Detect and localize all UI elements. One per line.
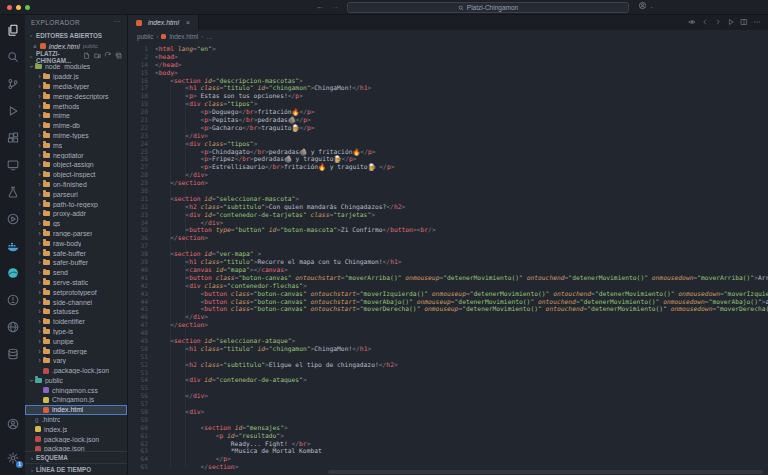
chevron-icon[interactable]: › xyxy=(36,250,43,257)
tree-item-media-typer[interactable]: ›media-typer xyxy=(25,82,127,92)
tree-item-methods[interactable]: ›methods xyxy=(25,101,127,111)
code-line[interactable]: 50 <h1 class="titulo" id="chingamon">Chi… xyxy=(128,345,768,353)
code-line[interactable]: 19 <div class="tipos"> xyxy=(128,100,768,108)
chevron-icon[interactable]: › xyxy=(36,240,43,247)
tree-item-mime-types[interactable]: ›mime-types xyxy=(25,131,127,141)
code-line[interactable]: 43 <button class="boton-canvas" ontouchs… xyxy=(128,290,768,298)
more-actions-icon[interactable] xyxy=(753,18,761,26)
code-line[interactable]: 20 <p>Doguego</br>fritación🔥</p> xyxy=(128,108,768,116)
next-change-icon[interactable] xyxy=(714,18,722,26)
chevron-icon[interactable]: › xyxy=(36,338,43,345)
tree-item-setprototypeof[interactable]: ›setprototypeof xyxy=(25,287,127,297)
chevron-icon[interactable]: › xyxy=(36,142,43,149)
settings-icon[interactable]: 1 xyxy=(0,444,25,471)
tree-item-mime[interactable]: ›mime xyxy=(25,111,127,121)
chevron-icon[interactable]: › xyxy=(36,348,43,355)
tab-index-html[interactable]: index.html × xyxy=(128,14,199,30)
chevron-icon[interactable]: › xyxy=(36,161,43,168)
tree-item-utils-merge[interactable]: ›utils-merge xyxy=(25,346,127,356)
code-line[interactable]: 62 Ready... Fight! </br> xyxy=(128,440,768,448)
code-line[interactable]: 21 <p>Pepitas</br>pedradas🪨</p> xyxy=(128,116,768,124)
chevron-icon[interactable]: › xyxy=(36,220,43,227)
code-line[interactable]: 31 <section id="seleccionar-mascota"> xyxy=(128,195,768,203)
chevron-icon[interactable]: › xyxy=(36,152,43,159)
code-line[interactable]: 22 <p>Gacharco</br>traguito🍺</p> xyxy=(128,124,768,132)
code-line[interactable]: 23 </div> xyxy=(128,132,768,140)
code-line[interactable]: 15<body> xyxy=(128,69,768,77)
chevron-icon[interactable]: › xyxy=(36,308,43,315)
code-line[interactable]: 48 xyxy=(128,329,768,337)
tree-item-range-parser[interactable]: ›range-parser xyxy=(25,229,127,239)
tree-item-type-is[interactable]: ›type-is xyxy=(25,327,127,337)
tree-item-serve-static[interactable]: ›serve-static xyxy=(25,278,127,288)
tree-item-chingamon-js[interactable]: Chingamon.js xyxy=(25,395,127,405)
chevron-icon[interactable]: › xyxy=(36,73,43,80)
chevron-icon[interactable]: › xyxy=(36,103,43,110)
tree-item-path-to-regexp[interactable]: ›path-to-regexp xyxy=(25,199,127,209)
prev-change-icon[interactable] xyxy=(701,18,709,26)
chevron-icon[interactable]: › xyxy=(36,318,43,325)
chevron-icon[interactable]: › xyxy=(36,171,43,178)
code-line[interactable]: 25 <p>Chindagato</br>pedradas🪨 y fritaci… xyxy=(128,148,768,156)
database-icon[interactable] xyxy=(0,340,25,367)
code-line[interactable]: 26 <p>Fripez</br>pedradas🪨 y traguito🍺</… xyxy=(128,155,768,163)
code-line[interactable]: 16 <section id="descripcion-mascotas"> xyxy=(128,77,768,85)
tree-item-ms[interactable]: ›ms xyxy=(25,140,127,150)
code-line[interactable]: 60 <section id="mensajes"> xyxy=(128,424,768,432)
code-line[interactable]: 55 xyxy=(128,384,768,392)
code-line[interactable]: 27 <p>Estrellisaurio</br>fritación🔥 y tr… xyxy=(128,163,768,171)
tree-item-safer-buffer[interactable]: ›safer-buffer xyxy=(25,258,127,268)
chevron-icon[interactable]: › xyxy=(36,289,43,296)
code-line[interactable]: 52 <h2 class="subtitulo">Eligue el tipo … xyxy=(128,361,768,369)
split-editor-icon[interactable] xyxy=(740,18,748,26)
tree-item-statuses[interactable]: ›statuses xyxy=(25,307,127,317)
chevron-icon[interactable]: › xyxy=(36,201,43,208)
minimize-window-button[interactable] xyxy=(16,5,21,10)
chevron-icon[interactable]: › xyxy=(36,93,43,100)
tree-item-on-finished[interactable]: ›on-finished xyxy=(25,180,127,190)
code-line[interactable]: 24 <div class="tipos"> xyxy=(128,140,768,148)
code-line[interactable]: 32 <h2 class="subtitulo">Con quien manda… xyxy=(128,203,768,211)
horizontal-scrollbar[interactable] xyxy=(328,470,763,474)
tree-item-package-lock-json[interactable]: .package-lock.json xyxy=(25,366,127,376)
source-control-icon[interactable] xyxy=(0,70,25,97)
tree-item-package-lock-json[interactable]: package-lock.json xyxy=(25,434,127,444)
extensions-icon[interactable] xyxy=(0,124,25,151)
tree-item-side-channel[interactable]: ›side-channel xyxy=(25,297,127,307)
code-line[interactable]: 38 <section id="ver-mapa" > xyxy=(128,250,768,258)
code-line[interactable]: 45 <button class="boton-canvas" ontouchs… xyxy=(128,305,768,313)
chevron-icon[interactable]: › xyxy=(36,279,43,286)
tree-item-index-html[interactable]: index.html xyxy=(25,405,127,415)
code-line[interactable]: 41 <button class="boton-canvas" ontouchs… xyxy=(128,274,768,282)
preview-icon[interactable] xyxy=(688,18,696,26)
code-line[interactable]: 64 </p> xyxy=(128,455,768,463)
tree-item-safe-buffer[interactable]: ›safe-buffer xyxy=(25,248,127,258)
tree-item-vary[interactable]: ›vary xyxy=(25,356,127,366)
tree-item-index-js[interactable]: index.js xyxy=(25,424,127,434)
zoom-window-button[interactable] xyxy=(25,5,30,10)
collapse-all-icon[interactable] xyxy=(115,52,123,61)
chevron-icon[interactable]: › xyxy=(36,83,43,90)
code-line[interactable]: 37 xyxy=(128,242,768,250)
chevron-icon[interactable]: › xyxy=(36,210,43,217)
breadcrumb-item-index-html[interactable]: index.html xyxy=(169,33,198,40)
explorer-more-actions-icon[interactable]: ⋯ xyxy=(114,18,121,26)
files-icon[interactable] xyxy=(0,16,25,43)
history-back-icon[interactable]: ← xyxy=(316,0,324,14)
tree-item-package-json[interactable]: package.json xyxy=(25,444,127,451)
project-root-header[interactable]: › PLATZI-CHINGAM... xyxy=(25,51,127,62)
tree-item-proxy-addr[interactable]: ›proxy-addr xyxy=(25,209,127,219)
chevron-icon[interactable]: › xyxy=(28,63,35,70)
code-line[interactable]: 42 <div class="contenedor-flechas"> xyxy=(128,282,768,290)
tree-item-mime-db[interactable]: ›mime-db xyxy=(25,121,127,131)
tree-item-qs[interactable]: ›qs xyxy=(25,219,127,229)
chevron-icon[interactable]: › xyxy=(36,181,43,188)
chevron-icon[interactable]: › xyxy=(36,132,43,139)
history-forward-icon[interactable]: → xyxy=(331,0,339,14)
code-line[interactable]: 17 <h1 class="titulo" id="chingamon">Chi… xyxy=(128,84,768,92)
code-line[interactable]: 28 </div> xyxy=(128,171,768,179)
code-line[interactable]: 33 <div id="contenedor-de-tarjetas" clas… xyxy=(128,211,768,219)
code-line[interactable]: 36 </section> xyxy=(128,234,768,242)
chevron-icon[interactable]: › xyxy=(36,328,43,335)
tree-item-public[interactable]: ›public xyxy=(25,376,127,386)
